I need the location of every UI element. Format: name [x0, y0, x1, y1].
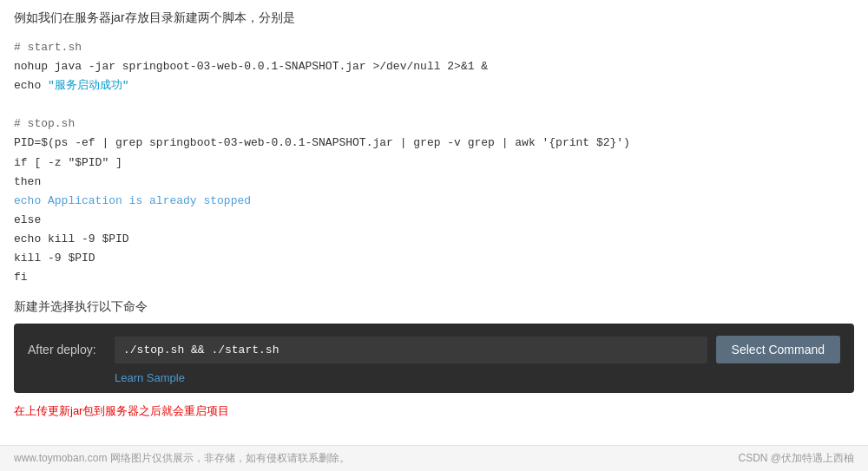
- stop-line7: kill -9 $PID: [14, 249, 854, 268]
- main-content: 例如我们在服务器jar存放目录新建两个脚本，分别是 # start.sh noh…: [0, 0, 868, 419]
- footer-right: CSDN @伏加特遇上西柚: [738, 451, 854, 466]
- code-block: # start.sh nohup java -jar springboot-03…: [14, 38, 854, 287]
- stop-line1: PID=$(ps -ef | grep springboot-03-web-0.…: [14, 134, 854, 153]
- deploy-command-input[interactable]: [115, 337, 707, 363]
- deploy-label: After deploy:: [28, 343, 106, 357]
- footer-left: www.toymoban.com 网络图片仅供展示，非存储，如有侵权请联系删除。: [14, 451, 350, 466]
- stop-line8: fi: [14, 268, 854, 287]
- intro-text: 例如我们在服务器jar存放目录新建两个脚本，分别是: [14, 10, 854, 26]
- learn-sample-row: Learn Sample: [28, 370, 840, 384]
- start-line1: nohup java -jar springboot-03-web-0.0.1-…: [14, 57, 854, 76]
- start-comment: # start.sh: [14, 38, 854, 57]
- deploy-box: After deploy: Select Command Learn Sampl…: [14, 324, 854, 393]
- deploy-row: After deploy: Select Command: [28, 336, 840, 363]
- stop-line6: echo kill -9 $PID: [14, 230, 854, 249]
- section-title: 新建并选择执行以下命令: [14, 299, 854, 315]
- footer-bar: www.toymoban.com 网络图片仅供展示，非存储，如有侵权请联系删除。…: [0, 445, 868, 471]
- stop-line5: else: [14, 211, 854, 230]
- learn-sample-link[interactable]: Learn Sample: [115, 371, 185, 384]
- stop-line2: if [ -z "$PID" ]: [14, 154, 854, 173]
- stop-line4: echo Application is already stopped: [14, 192, 854, 211]
- stop-line3: then: [14, 173, 854, 192]
- select-command-button[interactable]: Select Command: [716, 336, 840, 363]
- stop-comment: # stop.sh: [14, 114, 854, 134]
- footer-note: 在上传更新jar包到服务器之后就会重启项目: [14, 403, 854, 419]
- start-line2: echo "服务启动成功": [14, 76, 854, 95]
